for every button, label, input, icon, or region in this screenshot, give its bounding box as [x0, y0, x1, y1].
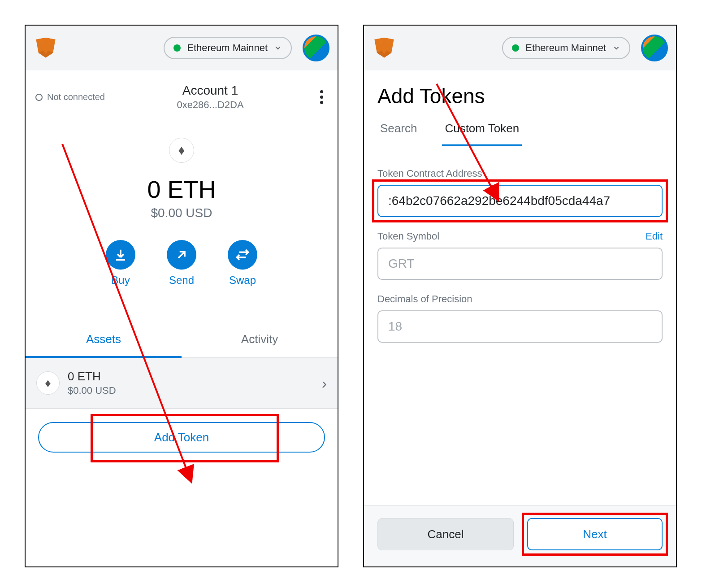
tab-custom-token[interactable]: Custom Token [442, 113, 522, 146]
asset-usd: $0.00 USD [68, 385, 116, 396]
wallet-main-panel: Ethereum Mainnet Not connected Account 1… [25, 25, 338, 567]
account-address: 0xe286...D2DA [105, 99, 316, 111]
token-decimals-input[interactable] [377, 310, 663, 343]
action-buttons: Buy Send Swap [26, 240, 338, 287]
add-token-button[interactable]: Add Token [38, 422, 325, 453]
chevron-down-icon [612, 44, 620, 52]
asset-row-eth[interactable]: ♦ 0 ETH $0.00 USD › [26, 358, 338, 409]
eth-logo-icon: ♦ [36, 371, 60, 395]
network-label: Ethereum Mainnet [525, 42, 606, 54]
next-button[interactable]: Next [527, 518, 663, 550]
page-title: Add Tokens [364, 70, 676, 113]
account-avatar[interactable] [303, 35, 329, 61]
footer-buttons: Cancel Next [364, 505, 676, 566]
tab-activity[interactable]: Activity [182, 322, 338, 357]
decimals-field-label: Decimals of Precision [377, 293, 663, 305]
token-symbol-input[interactable] [377, 248, 663, 280]
balance-usd: $0.00 USD [26, 206, 338, 220]
cancel-button[interactable]: Cancel [377, 518, 514, 550]
swap-button[interactable]: Swap [228, 240, 257, 287]
buy-label: Buy [106, 274, 135, 287]
swap-label: Swap [228, 274, 257, 287]
account-name: Account 1 [105, 83, 316, 98]
send-button[interactable]: Send [167, 240, 196, 287]
header: Ethereum Mainnet [364, 26, 676, 70]
tab-search[interactable]: Search [377, 113, 420, 146]
arrow-up-right-icon [167, 240, 196, 270]
metamask-fox-icon [372, 36, 396, 60]
add-tokens-panel: Ethereum Mainnet Add Tokens Search Custo… [363, 25, 677, 567]
add-token-tabs: Search Custom Token [364, 113, 676, 146]
token-address-input[interactable] [377, 185, 663, 217]
download-icon [106, 240, 135, 270]
address-field-label: Token Contract Address [377, 168, 663, 179]
network-status-dot-icon [512, 44, 519, 52]
connection-ring-icon [35, 94, 43, 101]
buy-button[interactable]: Buy [106, 240, 135, 287]
main-tabs: Assets Activity [26, 322, 338, 358]
network-status-dot-icon [173, 44, 181, 52]
balance-main: 0 ETH [26, 175, 338, 203]
edit-symbol-link[interactable]: Edit [646, 231, 663, 242]
eth-logo-icon: ♦ [169, 138, 194, 163]
connection-status-label: Not connected [47, 92, 105, 102]
connection-status[interactable]: Not connected [35, 92, 105, 102]
symbol-field-label: Token Symbol Edit [377, 231, 663, 242]
account-menu-button[interactable] [316, 86, 328, 109]
chevron-right-icon: › [322, 375, 327, 392]
chevron-down-icon [274, 44, 282, 52]
account-info[interactable]: Account 1 0xe286...D2DA [105, 83, 316, 111]
header: Ethereum Mainnet [26, 26, 338, 70]
account-avatar[interactable] [641, 35, 668, 61]
network-selector[interactable]: Ethereum Mainnet [164, 37, 292, 59]
send-label: Send [167, 274, 196, 287]
metamask-fox-icon [34, 36, 58, 60]
asset-balance: 0 ETH [68, 370, 116, 383]
account-row: Not connected Account 1 0xe286...D2DA [26, 70, 338, 124]
network-label: Ethereum Mainnet [187, 42, 268, 54]
network-selector[interactable]: Ethereum Mainnet [502, 37, 630, 59]
tab-assets[interactable]: Assets [26, 322, 182, 358]
balance-block: ♦ 0 ETH $0.00 USD Buy Send Swap [26, 124, 338, 305]
swap-icon [228, 240, 257, 270]
